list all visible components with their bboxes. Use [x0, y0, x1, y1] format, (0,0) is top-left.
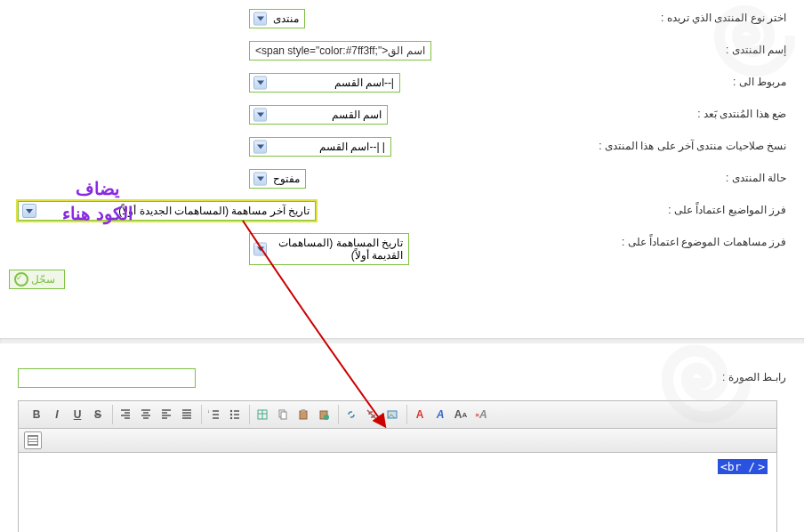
svg-rect-7	[300, 411, 307, 419]
image-button[interactable]	[382, 405, 402, 424]
place-after-value: اسم القسم	[332, 109, 382, 121]
label-forum-state: حالة المنتدى :	[573, 169, 786, 184]
save-label: سجّل	[31, 273, 55, 286]
font-color-button[interactable]: A	[410, 405, 430, 424]
svg-point-1	[230, 410, 232, 412]
label-copy-perms: نسخ صلاحيات منتدى آخر على هذا المنتدى :	[573, 137, 786, 152]
svg-point-3	[230, 417, 232, 419]
align-left-button[interactable]	[157, 405, 176, 424]
svg-rect-8	[302, 409, 305, 412]
ordered-list-button[interactable]: 1	[205, 405, 224, 424]
sort-posts-select[interactable]: تاريخ المساهمة (المساهمات القديمة أولاً)	[249, 233, 409, 265]
rich-text-editor: B I U S 1	[18, 400, 777, 532]
forum-state-select[interactable]: مفتوح	[249, 169, 306, 189]
html-snippet: <br /	[718, 459, 758, 474]
sort-topics-value: تاريخ آخر مساهمة (المساهمات الجديدة أولا…	[118, 205, 310, 217]
editor-source-bar	[18, 429, 777, 453]
forum-name-input[interactable]	[249, 41, 431, 60]
label-linked-to: مربوط الى :	[573, 73, 786, 88]
table-button[interactable]	[253, 405, 272, 424]
copy-button[interactable]	[273, 405, 293, 424]
font-size-button[interactable]: AA	[451, 405, 470, 424]
svg-rect-6	[281, 412, 286, 419]
label-forum-type: اختر نوع المنتدى الذي تريده :	[573, 9, 786, 24]
paste-button[interactable]	[293, 405, 313, 424]
save-button[interactable]: سجّل	[9, 270, 65, 289]
label-image-link: رابـط الصورة :	[573, 368, 786, 383]
section-divider	[0, 338, 804, 343]
chevron-down-icon	[253, 141, 267, 154]
chevron-down-icon	[253, 173, 267, 186]
svg-point-2	[230, 414, 232, 415]
paste-special-button[interactable]	[314, 405, 334, 424]
label-sort-topics: فرز المواضيع اعتماداً على :	[573, 201, 786, 216]
label-forum-name: إسم المنتدى :	[573, 41, 786, 56]
forum-type-select[interactable]: منتدى	[249, 9, 305, 28]
label-sort-posts: فرز مساهمات الموضوع اعتماداً على :	[573, 233, 786, 248]
chevron-down-icon	[253, 243, 267, 256]
remove-format-button[interactable]: A×	[471, 405, 491, 424]
unordered-list-button[interactable]	[225, 405, 245, 424]
source-button[interactable]	[24, 431, 42, 449]
font-button[interactable]: A	[430, 405, 450, 424]
linked-to-value: |--اسم القسم	[334, 77, 394, 89]
editor-toolbar: B I U S 1	[18, 400, 777, 429]
unlink-button[interactable]	[362, 405, 382, 424]
linked-to-select[interactable]: |--اسم القسم	[249, 73, 400, 93]
underline-button[interactable]: U	[68, 405, 87, 424]
label-place-after: ضع هذا المُنتدى بَعد :	[573, 105, 786, 120]
sort-posts-value: تاريخ المساهمة (المساهمات القديمة أولاً)	[278, 237, 403, 262]
copy-perms-value: | |--اسم القسم	[319, 141, 385, 153]
copy-perms-select[interactable]: | |--اسم القسم	[249, 137, 391, 157]
justify-button[interactable]	[177, 405, 197, 424]
chevron-down-icon	[22, 204, 36, 218]
chevron-down-icon	[253, 12, 267, 26]
forum-settings-form: اختر نوع المنتدى الذي تريده : منتدى إسم …	[0, 0, 804, 286]
italic-button[interactable]: I	[47, 405, 67, 424]
forum-state-value: مفتوح	[273, 173, 300, 185]
svg-point-10	[324, 415, 329, 420]
image-description-form: رابـط الصورة : B I U S 1	[0, 359, 804, 532]
editor-content[interactable]: <br />	[18, 453, 777, 532]
align-center-button[interactable]	[136, 405, 156, 424]
chevron-down-icon	[253, 109, 267, 122]
bold-button[interactable]: B	[27, 405, 46, 424]
place-after-select[interactable]: اسم القسم	[249, 105, 388, 125]
annotation-text: يضافالكود هناء	[62, 176, 133, 226]
align-right-button[interactable]	[116, 405, 135, 424]
strike-button[interactable]: S	[88, 405, 108, 424]
forum-type-value: منتدى	[273, 12, 299, 25]
chevron-down-icon	[253, 77, 267, 90]
svg-text:1: 1	[208, 409, 210, 414]
image-link-input[interactable]	[18, 368, 196, 388]
link-button[interactable]	[342, 405, 361, 424]
